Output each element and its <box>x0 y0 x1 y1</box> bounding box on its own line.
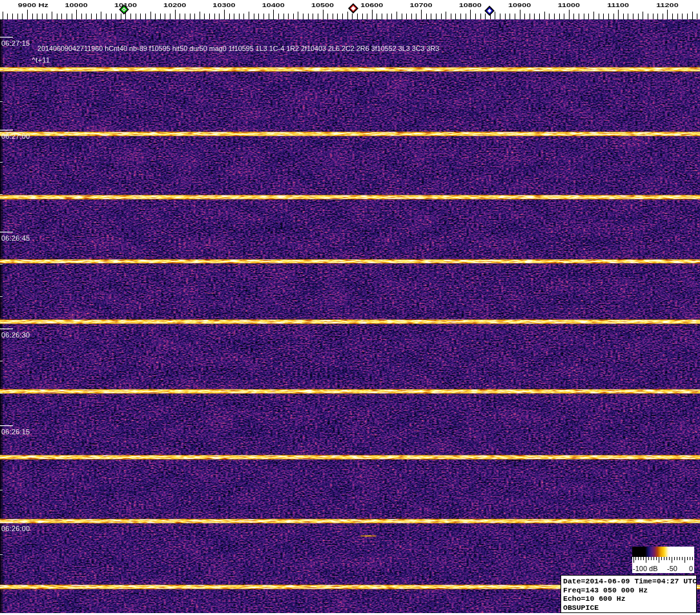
svg-text:10700: 10700 <box>410 2 433 8</box>
svg-text:06:26:45: 06:26:45 <box>1 234 30 242</box>
svg-text:10600: 10600 <box>360 2 383 8</box>
svg-text:Hz: Hz <box>38 2 48 8</box>
svg-text:11000: 11000 <box>558 2 580 8</box>
svg-text:06:26:15: 06:26:15 <box>1 428 30 436</box>
svg-text:06:26:30: 06:26:30 <box>1 331 30 339</box>
svg-text:10800: 10800 <box>459 2 482 8</box>
svg-text:10900: 10900 <box>508 2 531 8</box>
svg-text:06:27:00: 06:27:00 <box>1 132 30 140</box>
svg-text:10000: 10000 <box>65 2 88 8</box>
svg-text:9900: 9900 <box>18 2 36 8</box>
svg-text:10400: 10400 <box>262 2 285 8</box>
svg-text:10300: 10300 <box>212 2 235 8</box>
svg-text:06:26:00: 06:26:00 <box>1 525 30 532</box>
svg-text:11200: 11200 <box>656 2 678 8</box>
svg-text:20140609042711960 hCnt40 nb-89: 20140609042711960 hCnt40 nb-89 f10595 hi… <box>37 45 439 52</box>
svg-text:11100: 11100 <box>607 2 629 8</box>
svg-text:10200: 10200 <box>163 2 186 8</box>
svg-text:^t+11: ^t+11 <box>32 56 50 64</box>
svg-text:06:27:15: 06:27:15 <box>1 39 30 47</box>
svg-text:10500: 10500 <box>311 2 334 8</box>
